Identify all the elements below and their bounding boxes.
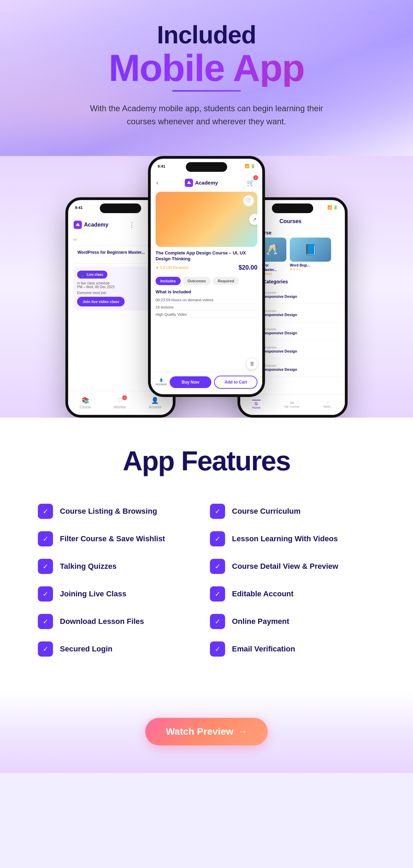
left-nav-course-label: Course xyxy=(80,405,91,409)
left-nav-course[interactable]: 📚 Course xyxy=(80,397,91,409)
account-nav-icon: 👤 xyxy=(151,397,159,404)
center-course-image: 👩‍💻👨‍💻👩‍🎓 ▶ ♡ ↗ xyxy=(156,192,257,247)
feature-item-left-5: ✓ Secured Login xyxy=(34,635,206,663)
feature-item-right-2: ✓ Course Detail View & Preview xyxy=(206,553,379,580)
account-label: Account xyxy=(156,383,167,386)
center-tabs-row: Includes Outcomes Required xyxy=(151,275,262,287)
account-icon: 👤 xyxy=(159,378,163,382)
feature-label-left-5: Secured Login xyxy=(60,645,113,653)
included-item-1: 16 lessons xyxy=(156,304,257,311)
check-icon-left-4: ✓ xyxy=(38,614,53,629)
feature-label-right-5: Email Verification xyxy=(232,645,295,653)
category-count-0: 2 Courses xyxy=(262,291,340,294)
check-icon-right-3: ✓ xyxy=(210,586,225,602)
right-nav-wish[interactable]: ♡ Wish... xyxy=(324,401,333,408)
center-status-icons: 📶 🔋 xyxy=(245,164,255,168)
center-cart-btn[interactable]: 🛒 2 xyxy=(244,177,257,189)
center-logo: Academy xyxy=(185,179,218,187)
course-rating-row: ★ 5.0 (30 Reviews) $20.00 xyxy=(156,264,257,271)
feature-label-right-4: Online Payment xyxy=(232,617,289,626)
academy-logo-icon xyxy=(74,221,82,229)
feature-item-left-4: ✓ Download Lesson Files xyxy=(34,608,206,635)
center-phone-content: ‹ Academy 🛒 2 👩‍💻👨‍💻👩‍🎓 xyxy=(151,174,262,394)
tab-required[interactable]: Required xyxy=(213,277,239,285)
hero-title-bottom: Mobile App xyxy=(14,49,399,87)
check-icon-right-0: ✓ xyxy=(210,504,225,519)
left-time: 9:41 xyxy=(75,206,83,210)
course-nav-icon: 📚 xyxy=(82,397,89,404)
add-to-cart-btn[interactable]: Add to Cart xyxy=(214,376,257,389)
check-icon-left-1: ✓ xyxy=(38,531,53,546)
top-course-img-1: 📘 xyxy=(290,238,331,262)
top-course-card-1: 📘 Word Begi... ★ 5.0 ( xyxy=(290,238,331,275)
category-count-4: 2 Courses xyxy=(262,364,340,367)
right-header-title: Courses xyxy=(279,218,301,224)
category-info-1: 2 Courses Responsive Design xyxy=(262,309,340,317)
category-name-0: Responsive Design xyxy=(262,294,340,299)
feature-label-right-1: Lesson Learning With Videos xyxy=(232,534,338,543)
category-info-2: 2 Courses Responsive Design xyxy=(262,327,340,335)
center-phone-notch xyxy=(186,162,227,172)
right-nav-mycourse[interactable]: 📖 My Course xyxy=(284,401,299,408)
features-title: App Features xyxy=(34,445,379,477)
features-section: App Features ✓ Course Listing & Browsing… xyxy=(0,418,413,690)
feature-item-right-1: ✓ Lesson Learning With Videos xyxy=(206,525,379,553)
category-info-0: 2 Courses Responsive Design xyxy=(262,291,340,299)
check-icon-left-5: ✓ xyxy=(38,641,53,657)
right-bottom-nav: 🏠 Home 📖 My Course ♡ Wish... xyxy=(240,394,345,415)
category-name-1: Responsive Design xyxy=(262,313,340,317)
phones-section: 9:41 📶 🔋 Academy ⋮ xyxy=(0,156,413,418)
check-icon-left-0: ✓ xyxy=(38,504,53,519)
hero-section: Included Mobile App With the Academy mob… xyxy=(0,0,413,156)
center-header: ‹ Academy 🛒 2 xyxy=(151,174,262,192)
hero-underline xyxy=(172,90,241,92)
category-count-2: 2 Courses xyxy=(262,327,340,331)
cta-section: Watch Preview → xyxy=(0,690,413,773)
wishlist-badge: 6 xyxy=(122,395,127,400)
left-join-btn[interactable]: Join live video class xyxy=(77,297,125,306)
feature-label-right-0: Course Curriculum xyxy=(232,507,300,516)
left-nav-wishlist[interactable]: ♡ 6 Wishlist xyxy=(114,397,126,409)
left-phone-notch xyxy=(100,203,141,213)
feature-label-left-3: Joining Live Class xyxy=(60,589,126,598)
left-nav-account-label: Account xyxy=(149,405,161,409)
left-live-btn[interactable]: 📺 Live class xyxy=(77,271,107,279)
included-item-2: High Quality Video xyxy=(156,311,257,318)
svg-marker-4 xyxy=(187,181,191,184)
right-status-icons: 📶 🔋 xyxy=(327,205,338,210)
center-course-info: The Complete App Design Course – UI, UX … xyxy=(151,247,262,275)
tab-includes[interactable]: Includes xyxy=(156,277,181,285)
left-app-name: Academy xyxy=(84,222,108,228)
cart-icon: 🛒 xyxy=(247,179,254,187)
share-btn[interactable]: ↗ xyxy=(249,214,257,225)
top-course-rating-1: ★ 5.0 ( xyxy=(290,268,331,271)
left-phone-logo: Academy xyxy=(74,221,108,229)
center-account-nav[interactable]: 👤 Account xyxy=(156,378,167,386)
tab-outcomes[interactable]: Outcomes xyxy=(183,277,211,285)
center-back-icon[interactable]: ‹ xyxy=(156,179,158,186)
category-info-4: 2 Courses Responsive Design xyxy=(262,364,340,372)
check-icon-right-2: ✓ xyxy=(210,559,225,574)
check-icon-right-1: ✓ xyxy=(210,531,225,546)
feature-item-left-0: ✓ Course Listing & Browsing xyxy=(34,498,206,525)
right-nav-home[interactable]: 🏠 Home xyxy=(252,400,261,409)
included-item-0: 00:23:59 Hours on demand videos xyxy=(156,296,257,304)
center-menu-btn[interactable]: ☰ xyxy=(246,358,257,369)
category-name-2: Responsive Design xyxy=(262,331,340,335)
category-name-4: Responsive Design xyxy=(262,367,340,372)
watch-preview-btn[interactable]: Watch Preview → xyxy=(145,718,268,745)
left-nav-account[interactable]: 👤 Account xyxy=(149,397,161,409)
check-icon-left-2: ✓ xyxy=(38,559,53,574)
category-count-3: 2 Courses xyxy=(262,346,340,349)
center-time: 9:41 xyxy=(158,164,165,168)
buy-now-btn[interactable]: Buy Now xyxy=(170,376,212,388)
feature-label-right-2: Course Detail View & Preview xyxy=(232,562,338,571)
heart-btn[interactable]: ♡ xyxy=(243,195,254,206)
course-image-bg xyxy=(156,192,257,247)
mycourse-nav-icon: 📖 xyxy=(290,401,294,404)
center-logo-icon xyxy=(185,179,193,187)
feature-item-left-2: ✓ Talking Quizzes xyxy=(34,553,206,580)
hero-title-top: Included xyxy=(14,21,399,49)
right-nav-mycourse-label: My Course xyxy=(284,405,299,408)
top-course-name-1: Word Begi... xyxy=(290,263,331,268)
